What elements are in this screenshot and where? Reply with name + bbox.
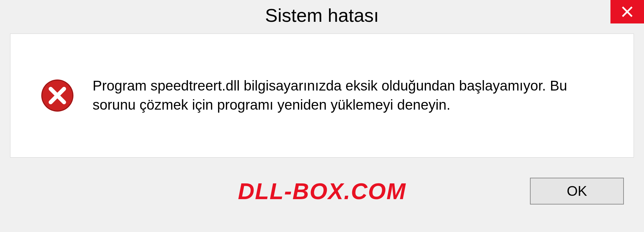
title-bar: Sistem hatası xyxy=(0,0,644,30)
dialog-footer: DLL-BOX.COM OK xyxy=(0,158,644,225)
dialog-content: Program speedtreert.dll bilgisayarınızda… xyxy=(10,34,634,158)
dialog-title: Sistem hatası xyxy=(265,4,379,26)
close-button[interactable] xyxy=(610,0,644,23)
error-icon xyxy=(41,79,74,112)
ok-button[interactable]: OK xyxy=(530,178,624,205)
close-icon xyxy=(621,5,634,18)
error-icon-container xyxy=(41,79,74,112)
watermark-text: DLL-BOX.COM xyxy=(238,178,406,204)
error-message: Program speedtreert.dll bilgisayarınızda… xyxy=(93,76,610,114)
